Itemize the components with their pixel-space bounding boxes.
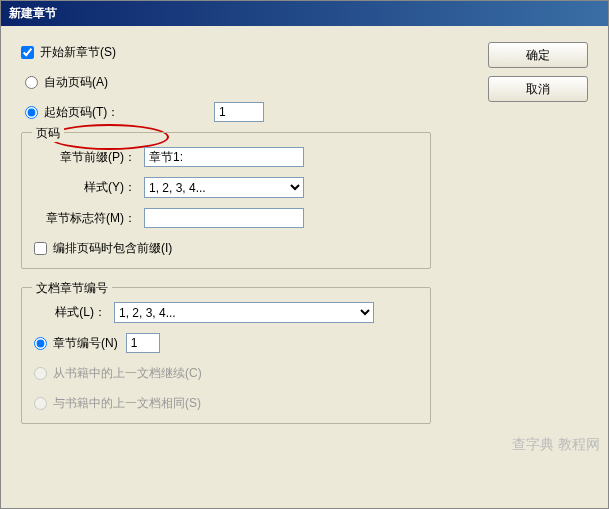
- include-prefix-row: 编排页码时包含前缀(I): [34, 238, 418, 258]
- start-page-input[interactable]: [214, 102, 264, 122]
- watermark-text: 查字典 教程网: [512, 436, 600, 454]
- start-page-label: 起始页码(T)：: [44, 104, 214, 121]
- marker-label: 章节标志符(M)：: [34, 210, 144, 227]
- doc-style-select[interactable]: 1, 2, 3, 4...: [114, 302, 374, 323]
- ok-button[interactable]: 确定: [488, 42, 588, 68]
- start-new-section-label: 开始新章节(S): [40, 44, 116, 61]
- button-area: 确定 取消: [488, 42, 588, 110]
- page-number-fieldset: 页码 章节前缀(P)： 样式(Y)： 1, 2, 3, 4... 章节标志符(M…: [21, 132, 431, 269]
- section-number-radio[interactable]: [34, 337, 47, 350]
- start-page-row: 起始页码(T)：: [21, 102, 431, 122]
- style-row: 样式(Y)： 1, 2, 3, 4...: [34, 177, 418, 198]
- cancel-button[interactable]: 取消: [488, 76, 588, 102]
- start-new-section-row: 开始新章节(S): [21, 42, 431, 62]
- include-prefix-checkbox[interactable]: [34, 242, 47, 255]
- doc-section-fieldset: 文档章节编号 样式(L)： 1, 2, 3, 4... 章节编号(N) 从书籍中…: [21, 287, 431, 424]
- marker-row: 章节标志符(M)：: [34, 208, 418, 228]
- prefix-input[interactable]: [144, 147, 304, 167]
- style-label: 样式(Y)：: [34, 179, 144, 196]
- auto-page-radio[interactable]: [25, 76, 38, 89]
- section-number-row: 章节编号(N): [34, 333, 418, 353]
- doc-style-row: 样式(L)： 1, 2, 3, 4...: [34, 302, 418, 323]
- prefix-row: 章节前缀(P)：: [34, 147, 418, 167]
- auto-page-row: 自动页码(A): [21, 72, 431, 92]
- section-number-input[interactable]: [126, 333, 160, 353]
- start-new-section-checkbox[interactable]: [21, 46, 34, 59]
- inherit-radio: [34, 367, 47, 380]
- same-label: 与书籍中的上一文档相同(S): [53, 395, 201, 412]
- style-select[interactable]: 1, 2, 3, 4...: [144, 177, 304, 198]
- titlebar: 新建章节: [1, 1, 608, 26]
- dialog-content: 确定 取消 开始新章节(S) 自动页码(A) 起始页码(T)： 页码: [1, 26, 608, 458]
- same-radio: [34, 397, 47, 410]
- prefix-label: 章节前缀(P)：: [34, 149, 144, 166]
- window-title: 新建章节: [9, 6, 57, 20]
- inherit-row: 从书籍中的上一文档继续(C): [34, 363, 418, 383]
- start-page-radio[interactable]: [25, 106, 38, 119]
- same-row: 与书籍中的上一文档相同(S): [34, 393, 418, 413]
- dialog-window: 新建章节 确定 取消 开始新章节(S) 自动页码(A) 起始页码(T)：: [0, 0, 609, 509]
- inherit-label: 从书籍中的上一文档继续(C): [53, 365, 202, 382]
- include-prefix-label: 编排页码时包含前缀(I): [53, 240, 172, 257]
- auto-page-label: 自动页码(A): [44, 74, 108, 91]
- marker-input[interactable]: [144, 208, 304, 228]
- doc-section-legend: 文档章节编号: [32, 280, 112, 297]
- doc-style-label: 样式(L)：: [34, 304, 114, 321]
- page-number-legend: 页码: [32, 125, 64, 142]
- main-area: 开始新章节(S) 自动页码(A) 起始页码(T)： 页码 章节前缀(P)：: [21, 42, 431, 424]
- section-number-label: 章节编号(N): [53, 335, 118, 352]
